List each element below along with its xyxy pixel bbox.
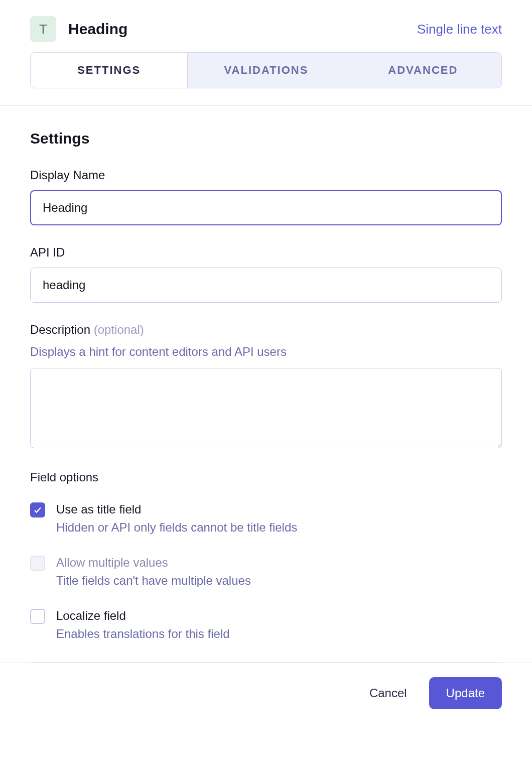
- checkbox-multiple-values: [30, 556, 45, 571]
- option-localize-field: Localize field Enables translations for …: [30, 609, 502, 641]
- option-label: Allow multiple values: [56, 556, 251, 570]
- description-block: Description (optional) Displays a hint f…: [30, 323, 502, 450]
- page-title: Heading: [68, 21, 127, 38]
- description-hint: Displays a hint for content editors and …: [30, 345, 502, 359]
- display-name-input[interactable]: [30, 190, 502, 225]
- display-name-block: Display Name: [30, 168, 502, 225]
- panel-header: T Heading Single line text: [0, 0, 532, 52]
- panel-body: Settings Display Name API ID Description…: [0, 105, 532, 663]
- type-badge-icon: T: [30, 16, 56, 42]
- display-name-label: Display Name: [30, 168, 502, 182]
- api-id-block: API ID: [30, 245, 502, 303]
- tab-advanced[interactable]: ADVANCED: [345, 53, 501, 88]
- header-left: T Heading: [30, 16, 127, 42]
- panel-footer: Cancel Update: [0, 663, 532, 723]
- description-label: Description (optional): [30, 323, 502, 337]
- option-texts: Localize field Enables translations for …: [56, 609, 230, 641]
- option-label: Localize field: [56, 609, 230, 623]
- option-desc: Title fields can't have multiple values: [56, 574, 251, 588]
- option-desc: Enables translations for this field: [56, 627, 230, 641]
- check-icon: [33, 505, 42, 514]
- field-type-label: Single line text: [417, 22, 502, 37]
- description-label-text: Description: [30, 323, 90, 336]
- checkbox-title-field[interactable]: [30, 502, 45, 517]
- divider: [30, 662, 502, 663]
- tab-settings[interactable]: SETTINGS: [31, 53, 188, 88]
- cancel-button[interactable]: Cancel: [367, 681, 409, 705]
- description-optional: (optional): [94, 323, 144, 336]
- tabs: SETTINGS VALIDATIONS ADVANCED: [30, 52, 502, 88]
- update-button[interactable]: Update: [429, 677, 502, 709]
- field-editor-panel: T Heading Single line text SETTINGS VALI…: [0, 0, 532, 723]
- option-label: Use as title field: [56, 502, 297, 516]
- option-texts: Use as title field Hidden or API only fi…: [56, 502, 297, 535]
- option-desc: Hidden or API only fields cannot be titl…: [56, 521, 297, 535]
- description-textarea[interactable]: [30, 368, 502, 448]
- field-options-title: Field options: [30, 470, 502, 484]
- option-texts: Allow multiple values Title fields can't…: [56, 556, 251, 588]
- section-title: Settings: [30, 130, 502, 147]
- api-id-input[interactable]: [30, 268, 502, 303]
- option-title-field: Use as title field Hidden or API only fi…: [30, 502, 502, 535]
- api-id-label: API ID: [30, 245, 502, 260]
- tab-validations[interactable]: VALIDATIONS: [188, 53, 344, 88]
- checkbox-localize-field[interactable]: [30, 609, 45, 624]
- option-multiple-values: Allow multiple values Title fields can't…: [30, 556, 502, 588]
